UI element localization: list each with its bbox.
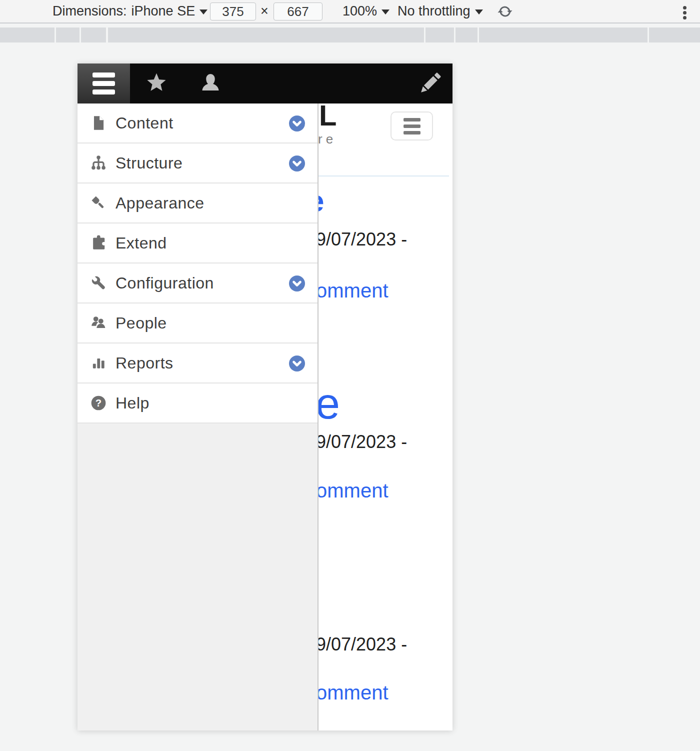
- admin-menu-tab-button[interactable]: [78, 64, 130, 104]
- article-title-link[interactable]: e: [316, 382, 340, 426]
- admin-menu-tray: Content St: [78, 104, 318, 730]
- devtools-toolbar: Dimensions: iPhone SE × 100% No throttli…: [0, 0, 700, 24]
- media-query-segment: [0, 28, 54, 42]
- expand-toggle-button[interactable]: [289, 356, 305, 372]
- more-options-button[interactable]: [680, 4, 688, 21]
- media-query-segment: [479, 28, 648, 42]
- hamburger-bar: [92, 81, 115, 86]
- mobile-nav-toggle-button[interactable]: [390, 112, 433, 140]
- chevron-down-icon: [289, 276, 305, 292]
- multiply-sign: ×: [260, 0, 268, 22]
- rotate-viewport-button[interactable]: [496, 0, 514, 22]
- device-viewport: AL re e 9/07/2023 - omment e 9/07/2023 -…: [78, 64, 452, 730]
- throttling-selector[interactable]: No throttling: [398, 0, 483, 22]
- menu-item-people[interactable]: People: [78, 304, 318, 344]
- menu-item-label: Structure: [116, 154, 182, 172]
- hamburger-bar: [404, 118, 420, 122]
- menu-item-extend[interactable]: Extend: [78, 224, 318, 264]
- throttling-value: No throttling: [398, 4, 470, 19]
- media-query-segment: [81, 28, 106, 42]
- people-icon: [90, 314, 107, 332]
- hamburger-bar: [404, 131, 420, 134]
- chevron-down-icon: [289, 116, 305, 132]
- media-query-segment: [649, 28, 700, 42]
- help-icon: ?: [90, 394, 107, 412]
- kebab-dot: [683, 11, 686, 14]
- menu-item-label: Configuration: [116, 274, 214, 292]
- paintbrush-icon: [90, 194, 107, 212]
- menu-item-label: Extend: [116, 234, 167, 252]
- menu-item-configuration[interactable]: Configuration: [78, 264, 318, 304]
- media-query-segment: [56, 28, 80, 42]
- dimensions-label: Dimensions:: [52, 4, 127, 19]
- menu-item-label: People: [116, 314, 167, 332]
- bar-chart-icon: [90, 354, 107, 372]
- media-query-segment: [426, 28, 454, 42]
- media-query-segment: [108, 28, 424, 42]
- menu-item-label: Help: [116, 394, 150, 412]
- menu-item-appearance[interactable]: Appearance: [78, 184, 318, 224]
- add-comment-link[interactable]: omment: [316, 480, 388, 500]
- devtools-emulation-screen: Dimensions: iPhone SE × 100% No throttli…: [0, 0, 700, 751]
- hamburger-bar: [404, 124, 420, 128]
- menu-item-label: Appearance: [116, 194, 204, 212]
- article-date: 9/07/2023 -: [316, 433, 407, 451]
- hamburger-bar: [92, 90, 115, 94]
- media-query-segment: [456, 28, 478, 42]
- svg-text:?: ?: [96, 398, 102, 408]
- contextual-edit-pencil-button[interactable]: [416, 70, 444, 98]
- user-account-button[interactable]: [199, 72, 222, 94]
- menu-item-reports[interactable]: Reports: [78, 344, 318, 384]
- article-date: 9/07/2023 -: [316, 636, 407, 654]
- kebab-dot: [683, 6, 686, 10]
- chevron-down-icon: [475, 10, 483, 14]
- viewport-height-input[interactable]: [274, 2, 322, 20]
- hamburger-bar: [92, 72, 115, 78]
- chevron-down-icon: [382, 10, 390, 14]
- media-query-bar: [0, 28, 700, 42]
- chevron-down-icon: [289, 156, 305, 172]
- article-date: 9/07/2023 -: [316, 230, 407, 248]
- add-comment-link[interactable]: omment: [316, 280, 388, 300]
- zoom-selector[interactable]: 100%: [342, 0, 390, 22]
- add-comment-link[interactable]: omment: [316, 682, 388, 702]
- device-selector[interactable]: Dimensions: iPhone SE: [52, 0, 208, 22]
- chevron-down-icon: [289, 356, 305, 372]
- expand-toggle-button[interactable]: [289, 116, 305, 132]
- device-name: iPhone SE: [132, 4, 196, 19]
- drupal-admin-toolbar: [78, 64, 452, 104]
- menu-item-label: Reports: [116, 354, 174, 372]
- expand-toggle-button[interactable]: [289, 156, 305, 172]
- chevron-down-icon: [200, 10, 208, 14]
- shortcuts-star-button[interactable]: [145, 72, 168, 94]
- sitemap-icon: [90, 154, 107, 172]
- file-icon: [90, 114, 107, 132]
- wrench-icon: [90, 274, 107, 292]
- rotate-icon: [496, 2, 514, 20]
- menu-item-structure[interactable]: Structure: [78, 144, 318, 184]
- menu-item-help[interactable]: ? Help: [78, 384, 318, 424]
- expand-toggle-button[interactable]: [289, 276, 305, 292]
- menu-item-label: Content: [116, 114, 174, 132]
- site-logo-tagline: re: [318, 132, 336, 146]
- viewport-width-input[interactable]: [210, 2, 256, 20]
- menu-item-content[interactable]: Content: [78, 104, 318, 144]
- kebab-dot: [683, 16, 686, 20]
- puzzle-icon: [90, 234, 107, 252]
- zoom-value: 100%: [342, 4, 377, 19]
